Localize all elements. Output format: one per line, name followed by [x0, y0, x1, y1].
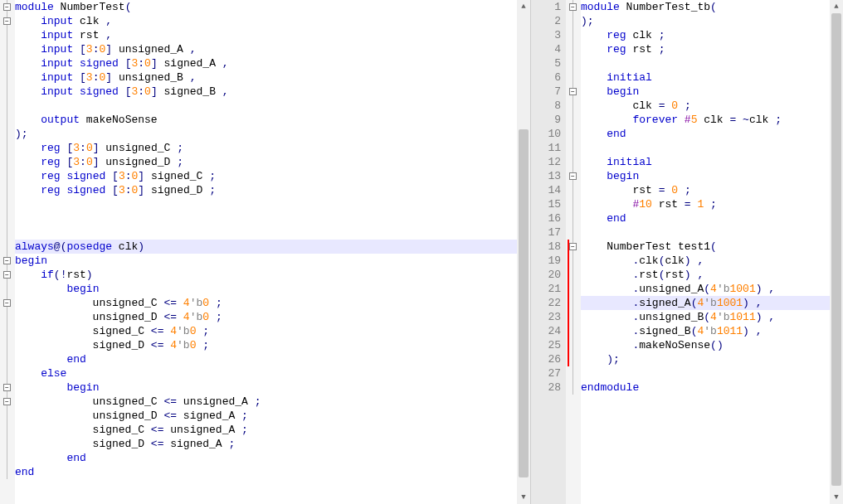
- code-line[interactable]: [581, 56, 782, 70]
- code-line[interactable]: [15, 99, 261, 113]
- code-line[interactable]: begin: [15, 380, 261, 395]
- code-line[interactable]: end: [581, 127, 782, 141]
- code-line[interactable]: module NumberTest_tb(: [581, 0, 782, 14]
- token: [581, 198, 632, 211]
- code-line[interactable]: unsigned_D <= signed_A ;: [15, 409, 261, 423]
- code-line[interactable]: reg signed [3:0] signed_D ;: [15, 183, 261, 197]
- code-line[interactable]: unsigned_C <= unsigned_A ;: [15, 395, 261, 409]
- code-line[interactable]: .unsigned_B(4'b1011) ,: [581, 310, 782, 324]
- code-line[interactable]: #10 rst = 1 ;: [581, 197, 782, 211]
- code-line[interactable]: initial: [581, 70, 782, 85]
- code-line[interactable]: input signed [3:0] signed_B ,: [15, 85, 261, 99]
- code-line[interactable]: input [3:0] unsigned_A ,: [15, 42, 261, 56]
- code-line[interactable]: begin: [581, 169, 782, 183]
- fold-toggle-icon[interactable]: −: [3, 17, 11, 25]
- code-line[interactable]: input signed [3:0] signed_A ,: [15, 56, 261, 70]
- token: ;: [177, 156, 183, 168]
- code-line[interactable]: .unsigned_A(4'b1001) ,: [581, 282, 782, 296]
- fold-toggle-icon[interactable]: −: [3, 299, 11, 307]
- code-line[interactable]: if(!rst): [15, 268, 261, 282]
- code-line[interactable]: begin: [581, 85, 782, 99]
- code-line[interactable]: NumberTest test1(: [581, 240, 782, 254]
- scroll-up-icon[interactable]: ▲: [830, 0, 843, 13]
- code-line[interactable]: end: [15, 465, 261, 479]
- code-line[interactable]: begin: [15, 282, 261, 296]
- scrollbar-thumb[interactable]: [519, 129, 529, 477]
- code-line[interactable]: [581, 141, 782, 155]
- code-line[interactable]: [581, 366, 782, 380]
- token: [15, 71, 41, 84]
- token: end: [66, 452, 85, 464]
- fold-toggle-icon[interactable]: −: [3, 3, 11, 11]
- code-line[interactable]: input rst ,: [15, 28, 261, 42]
- code-line[interactable]: end: [581, 211, 782, 225]
- fold-toggle-icon[interactable]: −: [569, 88, 577, 95]
- code-line[interactable]: );: [581, 352, 782, 366]
- scroll-down-icon[interactable]: ▼: [830, 491, 843, 504]
- code-line[interactable]: .signed_A(4'b1001) ,: [581, 296, 782, 310]
- code-line[interactable]: [15, 225, 261, 240]
- code-line[interactable]: unsigned_D <= 4'b0 ;: [15, 310, 261, 324]
- code-line[interactable]: reg clk ;: [581, 28, 782, 42]
- fold-toggle-icon[interactable]: −: [3, 398, 11, 405]
- code-line[interactable]: reg [3:0] unsigned_D ;: [15, 155, 261, 169]
- code-line[interactable]: [15, 197, 261, 211]
- code-line[interactable]: forever #5 clk = ~clk ;: [581, 113, 782, 127]
- code-line[interactable]: );: [15, 127, 261, 141]
- code-line[interactable]: .signed_B(4'b1011) ,: [581, 324, 782, 338]
- code-line[interactable]: output makeNoSense: [15, 113, 261, 127]
- fold-toggle-icon[interactable]: −: [3, 271, 11, 279]
- code-line[interactable]: begin: [15, 254, 261, 268]
- code-line[interactable]: end: [15, 352, 261, 366]
- code-line[interactable]: .makeNoSense(): [581, 338, 782, 352]
- code-line[interactable]: else: [15, 366, 261, 380]
- code-line[interactable]: reg [3:0] unsigned_C ;: [15, 141, 261, 155]
- code-area[interactable]: module NumberTest_tb(); reg clk ; reg rs…: [581, 0, 782, 504]
- code-line[interactable]: signed_C <= unsigned_A ;: [15, 423, 261, 437]
- fold-gutter[interactable]: −−−−: [566, 0, 581, 504]
- fold-toggle-icon[interactable]: −: [569, 172, 577, 180]
- code-line[interactable]: initial: [581, 155, 782, 169]
- code-line[interactable]: endmodule: [581, 380, 782, 395]
- code-line[interactable]: input [3:0] unsigned_B ,: [15, 70, 261, 85]
- token: [581, 71, 607, 84]
- fold-toggle-icon[interactable]: −: [569, 243, 577, 250]
- token: 3: [73, 142, 80, 154]
- code-line[interactable]: unsigned_C <= 4'b0 ;: [15, 296, 261, 310]
- code-line[interactable]: [15, 211, 261, 225]
- code-line[interactable]: signed_D <= signed_A ;: [15, 437, 261, 451]
- token: [581, 43, 607, 56]
- scrollbar-thumb[interactable]: [831, 13, 841, 486]
- code-line[interactable]: signed_D <= 4'b0 ;: [15, 338, 261, 352]
- fold-gutter[interactable]: −−−−−−−: [0, 0, 15, 504]
- scroll-up-icon[interactable]: ▲: [517, 0, 530, 13]
- code-line[interactable]: module NumberTest(: [15, 0, 261, 14]
- vertical-scrollbar[interactable]: ▲ ▼: [830, 0, 843, 504]
- editor-left[interactable]: −−−−−−− module NumberTest( input clk , i…: [0, 0, 517, 504]
- editor-right[interactable]: 1234567891011121314151617181920212223242…: [531, 0, 830, 504]
- scroll-down-icon[interactable]: ▼: [517, 491, 530, 504]
- vertical-scrollbar[interactable]: ▲ ▼: [517, 0, 530, 504]
- code-line[interactable]: );: [581, 14, 782, 28]
- token: clk: [581, 99, 659, 112]
- code-line[interactable]: end: [15, 451, 261, 465]
- code-area[interactable]: module NumberTest( input clk , input rst…: [15, 0, 261, 504]
- fold-toggle-icon[interactable]: −: [3, 257, 11, 264]
- token: :: [80, 156, 86, 168]
- line-number: 14: [531, 183, 561, 197]
- code-line[interactable]: .clk(clk) ,: [581, 254, 782, 268]
- code-line[interactable]: always@(posedge clk): [15, 240, 261, 254]
- code-line[interactable]: clk = 0 ;: [581, 99, 782, 113]
- code-line[interactable]: [581, 225, 782, 240]
- fold-toggle-icon[interactable]: −: [569, 3, 577, 11]
- fold-toggle-icon[interactable]: −: [3, 384, 11, 391]
- scrollbar-track[interactable]: [517, 13, 530, 491]
- scrollbar-track[interactable]: [830, 13, 843, 491]
- code-line[interactable]: signed_C <= 4'b0 ;: [15, 324, 261, 338]
- code-line[interactable]: reg signed [3:0] signed_C ;: [15, 169, 261, 183]
- code-line[interactable]: input clk ,: [15, 14, 261, 28]
- code-line[interactable]: reg rst ;: [581, 42, 782, 56]
- token: [678, 99, 685, 112]
- code-line[interactable]: .rst(rst) ,: [581, 268, 782, 282]
- code-line[interactable]: rst = 0 ;: [581, 183, 782, 197]
